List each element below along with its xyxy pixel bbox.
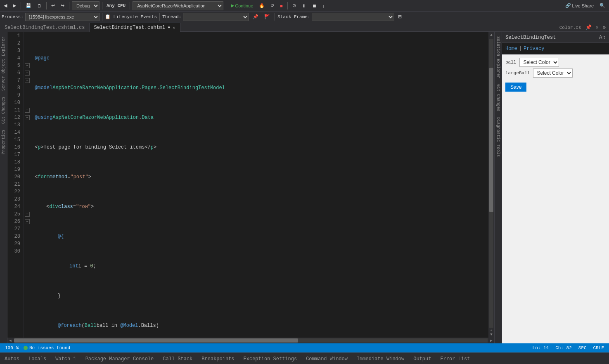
stop-debug-button[interactable]: ⏹ — [310, 2, 319, 9]
ball-label-2: largeBall — [505, 71, 530, 76]
issues-text: No issues found — [29, 345, 70, 350]
process-dropdown[interactable]: [15984] iisexpress.exe — [25, 13, 100, 21]
live-share-button[interactable]: 🔗 Live Share — [563, 2, 596, 9]
bottom-tab-exception-settings[interactable]: Exception Settings — [239, 353, 302, 364]
scroll-thumb[interactable] — [489, 68, 493, 212]
collapse-12[interactable]: − — [25, 115, 30, 120]
bottom-tab-package-manager[interactable]: Package Manager Console — [81, 353, 159, 364]
settings-icon[interactable]: ⚙ — [601, 24, 607, 31]
save-button[interactable]: 🗒 — [35, 2, 44, 9]
tab-cshtml-cs-label: SelectBindingTest.cshtml.cs — [5, 25, 85, 31]
nav-privacy-link[interactable]: Privacy — [524, 46, 544, 52]
bottom-tab-error-list[interactable]: Error List — [436, 353, 474, 364]
bottom-tab-autos[interactable]: Autos — [0, 353, 24, 364]
sidebar-item-diagnostic-tools[interactable]: Diagnostic Tools — [495, 115, 501, 159]
collapse-6[interactable]: − — [25, 71, 30, 76]
collapse-11[interactable]: − — [25, 108, 30, 113]
panel-options-icon[interactable]: Aↄ — [599, 34, 606, 41]
vertical-scrollbar[interactable]: ▲ + ▼ — [488, 32, 494, 338]
project-dropdown[interactable]: AspNetCoreRazorWebApplication — [133, 1, 223, 10]
tab-cshtml-cs[interactable]: SelectBindingTest.cshtml.cs — [0, 23, 89, 32]
sidebar-item-git-changes-right[interactable]: Git Changes — [495, 82, 501, 114]
zoom-level: 100 % — [3, 345, 20, 350]
color-cs-tab[interactable]: Color.cs — [558, 24, 583, 31]
scroll-left-button[interactable]: ◀ — [7, 338, 13, 343]
back-button[interactable]: ◀ — [2, 2, 9, 9]
scroll-up-button[interactable]: ▲ — [488, 32, 494, 38]
horiz-thumb[interactable] — [14, 338, 298, 343]
code-line-5: <form method="post"> — [35, 173, 488, 181]
separator-3 — [69, 2, 69, 9]
redo-button[interactable]: ↪ — [59, 2, 66, 9]
close-right-tab-button[interactable]: ✕ — [594, 24, 600, 31]
bottom-tab-output[interactable]: Output — [409, 353, 436, 364]
right-sidebar: Solution Explorer Git Changes Diagnostic… — [494, 32, 502, 343]
stack-expand-button[interactable]: ⊞ — [396, 13, 404, 21]
separator-6 — [226, 2, 226, 9]
ball-color-select-1[interactable]: Select Color — [519, 58, 559, 67]
collapse-26[interactable]: − — [25, 219, 30, 224]
stack-frame-label: Stack Frame: — [277, 14, 310, 19]
code-line-2: @model AspNetCoreRazorWebApplication.Pag… — [35, 84, 488, 92]
separator-4 — [102, 2, 102, 9]
breakpoints-button[interactable]: ⊙ — [290, 2, 298, 9]
status-bar-right: Ln: 14 Ch: 82 SPC CRLF — [531, 345, 606, 350]
left-sidebar: Server Object Explorer Git Changes Prope… — [0, 32, 7, 343]
horizontal-scrollbar[interactable]: ◀ ▶ — [7, 338, 494, 343]
save-preview-button[interactable]: Save — [505, 83, 526, 92]
search-button[interactable]: 🔍 — [597, 2, 607, 9]
code-line-3: @using AspNetCoreRazorWebApplication.Dat… — [35, 114, 488, 121]
cpu-label: Any CPU — [105, 3, 127, 8]
horiz-track — [14, 338, 488, 343]
nav-bar-preview: Home | Privacy — [502, 43, 609, 54]
scroll-right-button[interactable]: ▶ — [488, 338, 494, 343]
encoding-indicator: SPC — [577, 345, 588, 350]
collapse-25[interactable]: − — [25, 212, 30, 217]
right-panel-title: SelectBindingTest — [505, 35, 556, 40]
share-icon: 🔗 — [565, 3, 571, 8]
sidebar-item-server-explorer[interactable]: Server Object Explorer — [0, 34, 7, 93]
thread-flags-button[interactable]: 🚩 — [262, 13, 272, 21]
preview-area: ball Select Color largeBall Select Color… — [502, 54, 609, 343]
bottom-tab-breakpoints[interactable]: Breakpoints — [197, 353, 239, 364]
debug-mode-dropdown[interactable]: Debug — [72, 1, 100, 10]
collapse-5[interactable]: − — [25, 63, 30, 68]
pause-button[interactable]: ⏸ — [300, 2, 308, 9]
code-editor[interactable]: @page @model AspNetCoreRazorWebApplicati… — [31, 32, 488, 338]
bottom-tab-command-window[interactable]: Command Window — [301, 353, 352, 364]
expand-button[interactable]: + — [488, 329, 494, 332]
stack-frame-dropdown[interactable] — [312, 13, 394, 21]
collapse-gutter: − − − − − − − — [24, 32, 31, 338]
thread-pin-button[interactable]: 📌 — [251, 13, 261, 21]
pin-tab-icon[interactable]: 📌 — [584, 24, 593, 31]
tab-cshtml[interactable]: SelectBindingTest.cshtml ● ✕ — [89, 23, 180, 32]
bottom-tab-locals[interactable]: Locals — [24, 353, 51, 364]
ball-color-select-2[interactable]: Select Color — [533, 69, 573, 78]
sidebar-item-git-changes-left[interactable]: Git Changes — [0, 94, 7, 126]
collapse-7[interactable]: − — [25, 78, 30, 83]
hot-reload-button[interactable]: 🔥 — [257, 2, 267, 9]
bottom-tab-call-stack[interactable]: Call Stack — [158, 353, 197, 364]
restart-button[interactable]: ↺ — [268, 2, 276, 9]
close-tab-button[interactable]: ✕ — [172, 25, 176, 31]
continue-button[interactable]: ▶ Continue — [229, 2, 255, 9]
sep-p2 — [159, 13, 160, 21]
scroll-down-button[interactable]: ▼ — [488, 332, 494, 338]
nav-home-link[interactable]: Home — [505, 46, 517, 52]
stop-button[interactable]: ■ — [278, 2, 285, 9]
forward-button[interactable]: ▶ — [11, 2, 18, 9]
save-all-button[interactable]: 💾 — [24, 2, 33, 9]
thread-dropdown[interactable] — [183, 13, 249, 21]
bottom-tab-immediate-window[interactable]: Immediate Window — [352, 353, 409, 364]
step-over-button[interactable]: ↓ — [320, 2, 327, 9]
bottom-tab-watch1[interactable]: Watch 1 — [51, 353, 81, 364]
ln-indicator: Ln: 14 — [531, 345, 551, 350]
undo-button[interactable]: ↩ — [49, 2, 57, 9]
ch-indicator: Ch: 82 — [554, 345, 573, 350]
save-button-area: Save — [505, 83, 606, 92]
sidebar-item-properties[interactable]: Properties — [0, 127, 7, 157]
sidebar-item-solution-explorer[interactable]: Solution Explorer — [495, 34, 501, 81]
status-issues: No issues found — [24, 345, 70, 350]
lifecycle-label: 📋 Lifecycle Events — [105, 14, 157, 19]
code-line-1: @page — [35, 54, 488, 62]
